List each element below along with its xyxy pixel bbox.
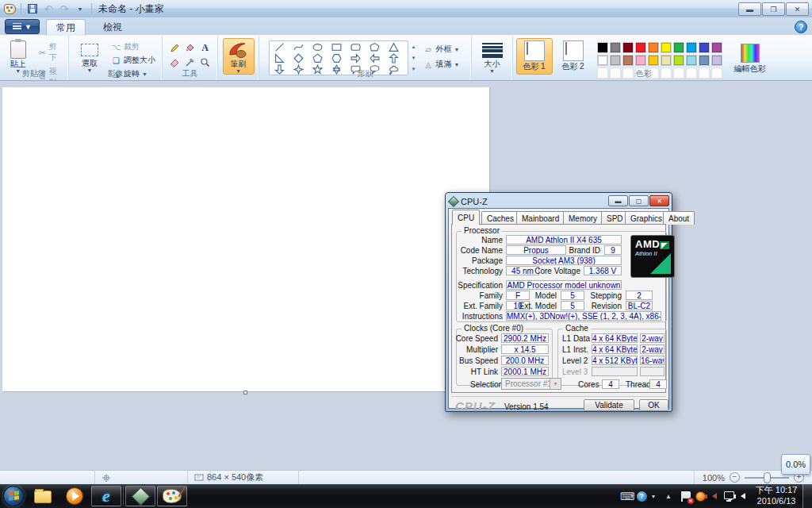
rounded-rectangle-shape-icon[interactable] bbox=[347, 41, 366, 52]
minimize-button[interactable]: ▬ bbox=[738, 2, 761, 16]
restore-button[interactable]: ❐ bbox=[762, 2, 785, 16]
palette-color-swatch[interactable] bbox=[622, 42, 634, 53]
cut-button[interactable]: ✂ 剪下 bbox=[36, 40, 65, 64]
palette-color-swatch[interactable] bbox=[635, 42, 646, 53]
palette-color-swatch[interactable] bbox=[597, 42, 608, 53]
magnifier-tool[interactable] bbox=[198, 56, 213, 69]
up-arrow-shape-icon[interactable] bbox=[385, 52, 404, 64]
cpuz-tab-caches[interactable]: Caches bbox=[481, 211, 519, 225]
palette-color-swatch[interactable] bbox=[597, 55, 608, 66]
undo-button[interactable]: ↶ bbox=[42, 2, 55, 15]
zoom-slider[interactable] bbox=[745, 477, 789, 479]
palette-color-swatch[interactable] bbox=[610, 55, 621, 66]
rectangle-shape-icon[interactable] bbox=[327, 41, 347, 52]
palette-color-swatch[interactable] bbox=[622, 55, 634, 66]
curve-shape-icon[interactable] bbox=[289, 41, 308, 52]
paint-app-icon[interactable] bbox=[3, 2, 16, 15]
show-hidden-icons-button[interactable]: ▲ bbox=[658, 487, 679, 505]
drawing-canvas[interactable] bbox=[2, 87, 490, 392]
scroll-up-icon[interactable]: ▲ bbox=[412, 44, 416, 50]
palette-color-swatch[interactable] bbox=[686, 55, 697, 66]
hexagon-shape-icon[interactable] bbox=[327, 52, 347, 64]
cpuz-tab-memory[interactable]: Memory bbox=[563, 211, 603, 225]
taskbar-internet-explorer-button[interactable]: e bbox=[91, 486, 121, 506]
palette-color-swatch[interactable] bbox=[648, 42, 659, 53]
action-center-icon[interactable]: ✕ bbox=[679, 487, 693, 505]
bus-speed-field: 200.0 MHz bbox=[501, 356, 549, 365]
palette-color-swatch[interactable] bbox=[711, 55, 722, 66]
language-help-icon[interactable]: ? bbox=[634, 487, 649, 505]
brushes-button[interactable]: 筆刷 ▼ bbox=[223, 38, 255, 75]
package-field: Socket AM3 (938) bbox=[506, 256, 622, 265]
taskbar-media-player-button[interactable] bbox=[59, 486, 90, 506]
palette-color-swatch[interactable] bbox=[648, 55, 659, 66]
cpuz-close-button[interactable]: ✕ bbox=[649, 195, 669, 206]
fill-tool[interactable] bbox=[183, 41, 197, 55]
palette-color-swatch[interactable] bbox=[673, 55, 684, 66]
cores-field: 4 bbox=[602, 379, 619, 389]
taskbar-explorer-button[interactable] bbox=[28, 486, 58, 506]
cpuz-tab-about[interactable]: About bbox=[663, 211, 695, 225]
help-icon[interactable]: ? bbox=[795, 21, 807, 33]
line-shape-icon[interactable] bbox=[270, 41, 289, 52]
outline-button[interactable]: ▱ 外框 ▼ bbox=[421, 43, 462, 56]
polygon-shape-icon[interactable] bbox=[366, 41, 385, 52]
start-button[interactable] bbox=[0, 484, 27, 508]
cpuz-titlebar[interactable]: CPU-Z ▬ ▢ ✕ bbox=[448, 195, 669, 208]
cpuz-minimize-button[interactable]: ▬ bbox=[608, 195, 628, 206]
tab-view[interactable]: 檢視 bbox=[94, 19, 132, 36]
triangle-shape-icon[interactable] bbox=[385, 41, 404, 52]
audio-manager-icon[interactable] bbox=[707, 487, 722, 505]
save-button[interactable] bbox=[26, 2, 39, 15]
palette-color-swatch[interactable] bbox=[661, 55, 672, 66]
right-triangle-shape-icon[interactable] bbox=[270, 52, 289, 64]
palette-color-swatch[interactable] bbox=[610, 42, 621, 53]
file-menu-button[interactable]: ▼ bbox=[5, 19, 40, 34]
redo-button[interactable]: ↷ bbox=[58, 2, 71, 15]
left-arrow-shape-icon[interactable] bbox=[366, 52, 385, 64]
scroll-down-icon[interactable]: ▼ bbox=[412, 55, 416, 61]
taskbar-cpuz-button[interactable] bbox=[125, 486, 155, 506]
diamond-shape-icon[interactable] bbox=[289, 52, 308, 64]
amd-athlon-logo: AMD◤ Athlon II bbox=[630, 235, 675, 278]
eraser-tool[interactable] bbox=[168, 56, 182, 69]
palette-color-swatch[interactable] bbox=[711, 42, 722, 53]
palette-color-swatch[interactable] bbox=[673, 42, 684, 53]
canvas-resize-handle[interactable] bbox=[243, 391, 247, 394]
ellipse-shape-icon[interactable] bbox=[308, 41, 327, 52]
language-keyboard-icon[interactable]: ⌨ bbox=[620, 487, 634, 505]
volume-icon[interactable] bbox=[736, 487, 750, 505]
pentagon-shape-icon[interactable] bbox=[308, 52, 327, 64]
taskbar-clock[interactable]: 下午 10:17 2010/6/13 bbox=[750, 485, 802, 507]
palette-color-swatch[interactable] bbox=[635, 55, 646, 66]
right-arrow-shape-icon[interactable] bbox=[347, 52, 366, 64]
zoom-out-button[interactable]: − bbox=[730, 472, 740, 483]
ok-button[interactable]: OK bbox=[639, 399, 668, 411]
color-picker-tool[interactable] bbox=[183, 56, 197, 69]
qat-dropdown-icon[interactable]: ▼ bbox=[74, 2, 86, 15]
tab-home[interactable]: 常用 bbox=[46, 19, 86, 36]
media-player-icon bbox=[66, 487, 83, 505]
language-options-icon[interactable]: ▼ bbox=[649, 487, 658, 505]
palette-color-swatch[interactable] bbox=[699, 42, 710, 53]
taskbar-paint-button[interactable] bbox=[157, 486, 187, 506]
cpuz-tab-mainboard[interactable]: Mainboard bbox=[516, 211, 565, 225]
palette-color-swatch[interactable] bbox=[686, 42, 697, 53]
text-tool[interactable]: A bbox=[198, 41, 213, 55]
l1-data-ways-field: 2-way bbox=[640, 333, 665, 343]
validate-button[interactable]: Validate bbox=[584, 399, 634, 411]
zoom-slider-knob[interactable] bbox=[764, 472, 771, 483]
chevron-down-icon: ▼ bbox=[25, 23, 32, 31]
pencil-tool[interactable] bbox=[168, 41, 182, 55]
crop-button[interactable]: ⌥ 裁剪 bbox=[109, 40, 158, 53]
palette-color-swatch[interactable] bbox=[699, 55, 710, 66]
processor-selection-dropdown[interactable]: Processor #1 ▼ bbox=[501, 378, 561, 390]
resize-button[interactable]: ❏ 調整大小 bbox=[109, 54, 158, 67]
close-button[interactable]: ✕ bbox=[786, 2, 809, 16]
show-desktop-button[interactable] bbox=[802, 484, 812, 508]
cpuz-tab-cpu[interactable]: CPU bbox=[452, 210, 480, 225]
cpuz-maximize-button[interactable]: ▢ bbox=[629, 195, 649, 206]
size-button[interactable]: 大小 ▼ bbox=[476, 38, 509, 75]
palette-color-swatch[interactable] bbox=[661, 42, 672, 53]
cpuz-tab-graphics[interactable]: Graphics bbox=[625, 211, 668, 225]
